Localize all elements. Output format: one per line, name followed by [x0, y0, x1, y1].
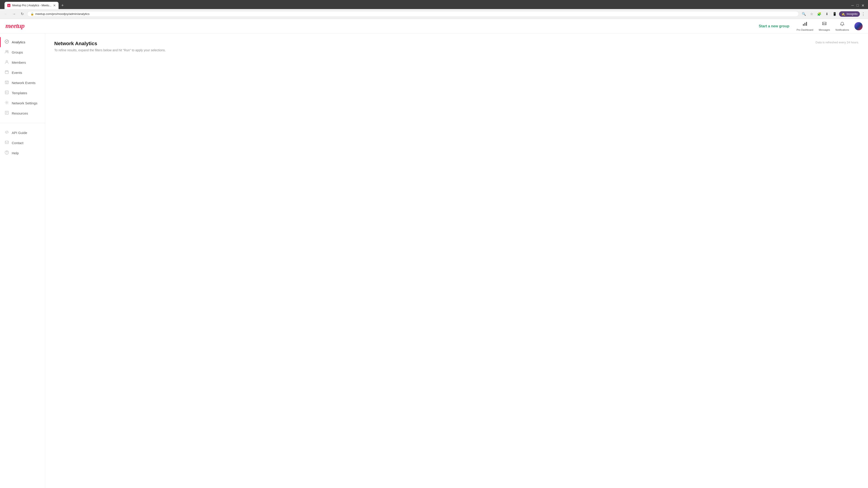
sidebar-item-analytics[interactable]: Analytics — [0, 37, 45, 47]
sidebar-item-templates[interactable]: Templates — [0, 88, 45, 98]
members-icon — [4, 60, 9, 65]
tab-bar: m Meetup Pro | Analytics - Meetu... ✕ + … — [0, 0, 868, 9]
toolbar-actions: 🔍 ☆ 🧩 ⬇ 📱 🕵️ Incognito ⋮ — [801, 11, 865, 17]
ssl-lock-icon: 🔒 — [31, 12, 34, 15]
bookmark-button[interactable]: ☆ — [808, 11, 815, 17]
svg-point-13 — [6, 92, 6, 92]
active-tab[interactable]: m Meetup Pro | Analytics - Meetu... ✕ — [4, 2, 59, 9]
logo-svg: meetup — [5, 21, 30, 30]
svg-rect-1 — [803, 24, 804, 26]
svg-point-11 — [6, 83, 7, 84]
pro-dashboard-label: Pro Dashboard — [797, 29, 813, 31]
resources-icon — [4, 110, 9, 116]
main-layout: Analytics Groups — [0, 33, 868, 488]
header-nav: Pro Dashboard Messages — [797, 21, 863, 31]
device-button[interactable]: 📱 — [831, 11, 838, 17]
contact-label: Contact — [12, 141, 24, 145]
svg-point-7 — [7, 51, 8, 52]
pro-dashboard-icon — [802, 21, 808, 28]
notifications-nav[interactable]: Notifications — [835, 21, 849, 31]
app-header: meetup Start a new group Pro Dashboard — [0, 19, 868, 33]
svg-rect-9 — [5, 71, 8, 74]
templates-icon — [4, 90, 9, 96]
svg-point-14 — [6, 93, 6, 93]
main-content: Network Analytics To refine results, exp… — [45, 33, 868, 488]
analytics-label: Analytics — [12, 40, 25, 44]
sidebar-item-members[interactable]: Members — [0, 57, 45, 68]
members-label: Members — [12, 61, 26, 64]
tab-favicon: m — [7, 4, 10, 7]
events-icon — [4, 70, 9, 75]
data-refresh-notice: Data is refreshed every 24 hours. — [815, 41, 859, 44]
network-events-icon — [4, 80, 9, 86]
extensions-button[interactable]: 🧩 — [816, 11, 822, 17]
svg-rect-2 — [804, 23, 805, 26]
network-settings-label: Network Settings — [12, 101, 37, 105]
svg-point-8 — [6, 61, 8, 62]
network-settings-icon — [4, 100, 9, 106]
sidebar-item-resources[interactable]: Resources — [0, 108, 45, 119]
svg-point-6 — [6, 51, 7, 52]
help-label: Help — [12, 151, 19, 155]
close-tab-button[interactable]: ✕ — [53, 4, 56, 7]
templates-label: Templates — [12, 91, 27, 95]
notifications-label: Notifications — [835, 29, 849, 31]
incognito-icon: 🕵️ — [841, 12, 845, 16]
sidebar-item-events[interactable]: Events — [0, 68, 45, 78]
incognito-label: Incognito — [846, 12, 858, 15]
resources-label: Resources — [12, 111, 28, 115]
svg-point-5 — [6, 41, 7, 42]
sidebar-item-api-guide[interactable]: API Guide — [0, 128, 45, 138]
avatar-image — [855, 22, 863, 30]
svg-rect-17 — [5, 141, 8, 144]
messages-nav[interactable]: Messages — [819, 21, 830, 31]
restore-button[interactable]: □ — [857, 3, 859, 7]
svg-rect-3 — [806, 22, 807, 26]
notifications-icon — [839, 21, 845, 28]
sidebar: Analytics Groups — [0, 33, 45, 488]
browser-menu-button[interactable]: ⋮ — [861, 11, 865, 17]
sidebar-item-contact[interactable]: Contact — [0, 138, 45, 148]
url-text: meetup.com/pro/moodjoy/admin/analytics — [35, 12, 796, 15]
browser-chrome: m Meetup Pro | Analytics - Meetu... ✕ + … — [0, 0, 868, 19]
start-new-group-button[interactable]: Start a new group — [759, 24, 789, 28]
back-button[interactable]: ← — [3, 11, 9, 17]
api-guide-label: API Guide — [12, 131, 27, 135]
meetup-logo[interactable]: meetup — [5, 21, 30, 31]
sidebar-divider — [0, 123, 45, 123]
app-container: meetup Start a new group Pro Dashboard — [0, 19, 868, 488]
incognito-indicator: 🕵️ Incognito — [839, 11, 860, 17]
user-avatar[interactable] — [855, 22, 863, 30]
new-tab-button[interactable]: + — [59, 2, 66, 9]
sidebar-item-network-events[interactable]: Network Events — [0, 78, 45, 88]
groups-label: Groups — [12, 51, 23, 54]
close-window-button[interactable]: ✕ — [862, 3, 864, 8]
minimize-button[interactable]: ─ — [851, 3, 854, 7]
contact-icon — [4, 140, 9, 146]
help-icon — [4, 150, 9, 156]
analytics-icon — [4, 39, 9, 45]
sidebar-item-network-settings[interactable]: Network Settings — [0, 98, 45, 108]
forward-button[interactable]: → — [11, 11, 17, 17]
messages-icon — [822, 21, 827, 28]
events-label: Events — [12, 71, 22, 74]
network-events-label: Network Events — [12, 81, 35, 85]
svg-point-19 — [6, 153, 7, 154]
browser-toolbar: ← → ↻ 🔒 meetup.com/pro/moodjoy/admin/ana… — [0, 9, 868, 19]
page-title: Network Analytics — [54, 41, 166, 46]
api-guide-icon — [4, 130, 9, 135]
page-subtitle: To refine results, expand the filters be… — [54, 48, 166, 52]
address-bar[interactable]: 🔒 meetup.com/pro/moodjoy/admin/analytics — [27, 11, 799, 17]
search-button[interactable]: 🔍 — [801, 11, 807, 17]
pro-dashboard-nav[interactable]: Pro Dashboard — [797, 21, 813, 31]
sidebar-item-groups[interactable]: Groups — [0, 47, 45, 57]
tab-title: Meetup Pro | Analytics - Meetu... — [12, 4, 51, 7]
sidebar-item-help[interactable]: Help — [0, 148, 45, 158]
svg-rect-12 — [5, 91, 8, 94]
reload-button[interactable]: ↻ — [19, 11, 25, 17]
svg-point-15 — [6, 102, 7, 103]
groups-icon — [4, 50, 9, 55]
download-button[interactable]: ⬇ — [824, 11, 830, 17]
messages-label: Messages — [819, 29, 830, 31]
svg-text:meetup: meetup — [5, 22, 25, 29]
